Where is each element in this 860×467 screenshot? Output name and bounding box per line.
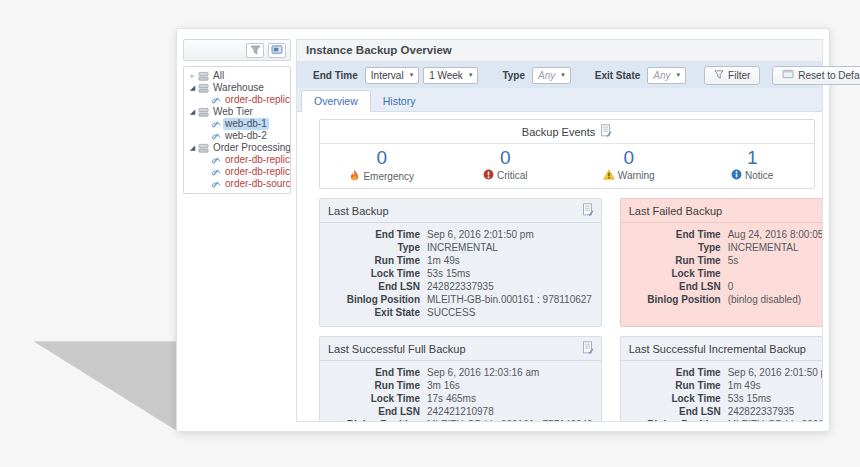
last-backup-title: Last Backup xyxy=(328,205,389,217)
detail-row: Binlog Position(binlog disabled) xyxy=(629,293,822,306)
detail-value: MLEITH-GB-bin.000161 : 757143943 xyxy=(427,418,593,421)
funnel-icon xyxy=(250,43,261,58)
sidebar-toolbar xyxy=(183,39,291,61)
tree-item-Web Tier[interactable]: ◢Web Tier xyxy=(186,106,288,118)
sidebar-view-button[interactable] xyxy=(268,43,286,58)
detail-value: 1m 49s xyxy=(728,379,761,392)
tree-item-Order Processing[interactable]: ◢Order Processing xyxy=(186,142,288,154)
tree-item-label: web-db-1 xyxy=(223,118,269,130)
type-label: Type xyxy=(502,70,525,81)
detail-label: Run Time xyxy=(629,254,728,267)
detail-row: Run Time5s xyxy=(629,254,822,267)
events-row: 0 Emergency 0 xyxy=(320,144,814,188)
detail-value: Sep 6, 2016 12:03:16 am xyxy=(427,366,539,379)
events-report-button[interactable] xyxy=(600,124,612,140)
interval-select[interactable]: Interval ▾ xyxy=(365,67,419,84)
expanded-icon[interactable]: ◢ xyxy=(188,82,197,94)
last-incremental-backup-card: Last Successful Incremental Backup End T… xyxy=(620,336,822,421)
warning-label: Warning xyxy=(618,170,655,181)
detail-label: Type xyxy=(629,241,728,254)
detail-label: Lock Time xyxy=(629,392,728,405)
tree-item-web-db-2[interactable]: web-db-2 xyxy=(186,130,288,142)
detail-label: End LSN xyxy=(328,405,427,418)
chevron-down-icon: ▾ xyxy=(677,71,681,79)
tree-item-label: order-db-source xyxy=(223,178,291,190)
server-group-icon xyxy=(198,143,209,154)
detail-row: End TimeSep 6, 2016 2:01:50 pm xyxy=(328,228,593,241)
detail-row: Run Time1m 49s xyxy=(629,379,822,392)
emergency-count: 0 xyxy=(320,147,444,169)
last-backup-report-button[interactable] xyxy=(582,203,594,219)
detail-label: Binlog Position xyxy=(328,418,427,421)
tree-item-label: web-db-2 xyxy=(223,130,269,142)
reset-button-label: Reset to Default xyxy=(798,70,860,81)
detail-row: TypeINCREMENTAL xyxy=(629,241,822,254)
detail-row: Lock Time53s 15ms xyxy=(629,392,822,405)
interval-value: Interval xyxy=(371,70,404,81)
critical-count: 0 xyxy=(444,147,568,169)
detail-value: Aug 24, 2016 8:00:05 am xyxy=(728,228,822,241)
tab-history[interactable]: History xyxy=(371,91,428,111)
detail-label: End LSN xyxy=(629,280,728,293)
detail-label: Exit State xyxy=(328,306,427,319)
tree-item-label: Order Processing xyxy=(211,142,291,154)
detail-value: INCREMENTAL xyxy=(728,241,799,254)
reset-to-default-button[interactable]: Reset to Default xyxy=(772,66,860,85)
detail-label: Lock Time xyxy=(629,267,728,280)
detail-row: Lock Time xyxy=(629,267,822,280)
tree-item-All[interactable]: ▸All xyxy=(186,70,288,82)
filter-button[interactable]: Filter xyxy=(704,66,760,85)
detail-value: 242822337935 xyxy=(728,405,795,418)
tree-item-order-db-source[interactable]: order-db-source xyxy=(186,178,288,190)
tree-item-order-db-replica-2[interactable]: order-db-replica-2 xyxy=(186,94,288,106)
tab-overview[interactable]: Overview xyxy=(301,90,371,112)
last-failed-backup-details: End TimeAug 24, 2016 8:00:05 amTypeINCRE… xyxy=(621,223,822,313)
detail-row: End LSN242822337935 xyxy=(328,280,593,293)
gauge-icon xyxy=(211,179,221,189)
server-group-icon xyxy=(198,71,209,82)
exit-state-label: Exit State xyxy=(595,70,641,81)
sidebar-filter-button[interactable] xyxy=(246,43,264,58)
tree-item-web-db-1[interactable]: web-db-1 xyxy=(186,118,288,130)
cards-grid: Last Backup End TimeSep 6, 2016 2:01:50 … xyxy=(319,198,815,421)
tree-item-label: order-db-replica-2 xyxy=(223,166,291,178)
detail-row: Lock Time53s 15ms xyxy=(328,267,593,280)
detail-label: Type xyxy=(328,241,427,254)
detail-label: End LSN xyxy=(328,280,427,293)
last-incremental-backup-details: End TimeSep 6, 2016 2:01:50 pmRun Time1m… xyxy=(621,361,822,421)
document-icon xyxy=(582,341,594,357)
gauge-icon xyxy=(211,131,221,141)
collapsed-icon[interactable]: ▸ xyxy=(188,70,197,82)
funnel-icon xyxy=(714,70,724,81)
backup-events-title-row: Backup Events xyxy=(320,120,814,144)
period-value: 1 Week xyxy=(429,70,463,81)
tree-item-order-db-replica-2[interactable]: order-db-replica-2 xyxy=(186,166,288,178)
detail-label: Binlog Position xyxy=(629,293,728,306)
expanded-icon[interactable]: ◢ xyxy=(188,142,197,154)
tree-item-order-db-replica-1[interactable]: order-db-replica-1 xyxy=(186,154,288,166)
page-title: Instance Backup Overview xyxy=(297,40,822,62)
detail-label: Lock Time xyxy=(328,392,427,405)
last-failed-backup-card: Last Failed Backup End TimeAug 24, 2016 … xyxy=(620,198,822,327)
type-select[interactable]: Any ▾ xyxy=(532,67,571,84)
server-group-icon xyxy=(198,107,209,118)
document-icon xyxy=(600,124,612,140)
event-warning: 0 Warning xyxy=(567,147,691,183)
detail-value: Sep 6, 2016 2:01:50 pm xyxy=(427,228,534,241)
last-full-backup-details: End TimeSep 6, 2016 12:03:16 amRun Time3… xyxy=(320,361,601,421)
last-full-backup-report-button[interactable] xyxy=(582,341,594,357)
detail-row: End TimeAug 24, 2016 8:00:05 am xyxy=(629,228,822,241)
period-select[interactable]: 1 Week ▾ xyxy=(423,67,478,84)
detail-value: 1m 49s xyxy=(427,254,460,267)
type-value: Any xyxy=(538,70,555,81)
detail-row: End LSN0 xyxy=(629,280,822,293)
flame-icon xyxy=(349,169,360,183)
tree-item-Warehouse[interactable]: ◢Warehouse xyxy=(186,82,288,94)
exit-state-select[interactable]: Any ▾ xyxy=(647,67,686,84)
notice-label: Notice xyxy=(745,170,773,181)
detail-row: Exit StateSUCCESS xyxy=(328,306,593,319)
expanded-icon[interactable]: ◢ xyxy=(188,106,197,118)
detail-row: Run Time3m 16s xyxy=(328,379,593,392)
detail-value: MLEITH-GB-bin.000161 : 978110627 xyxy=(427,293,592,306)
detail-row: Lock Time17s 465ms xyxy=(328,392,593,405)
